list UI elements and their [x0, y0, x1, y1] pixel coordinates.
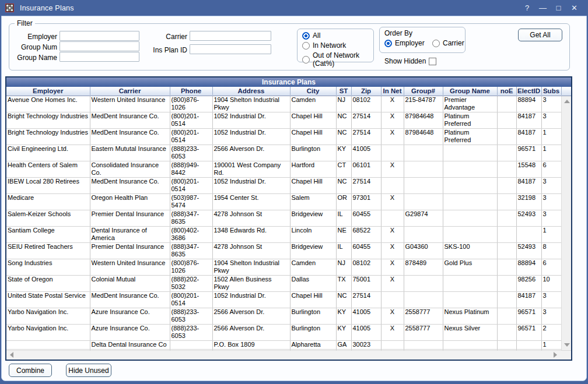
- cell-group-: [404, 341, 443, 350]
- column-header-subs[interactable]: Subs: [541, 87, 561, 95]
- cell-electid: 32198: [516, 194, 541, 210]
- grid-title: Insurance Plans: [6, 77, 571, 87]
- cell-employer: Civil Engineering Ltd.: [6, 145, 90, 161]
- column-header-in-net[interactable]: In Net: [381, 87, 404, 95]
- table-row[interactable]: Salem-Keizer SchoolsPremier Dental Insur…: [6, 210, 561, 227]
- cell-address: 1052 Industrial Dr.: [212, 129, 290, 145]
- cell-zip: 68522: [351, 227, 381, 243]
- cell-st: NC: [336, 129, 351, 145]
- radio-order-employer-label: Employer: [395, 39, 425, 47]
- table-row[interactable]: Bright Technology IndustriesMedDent Insu…: [6, 129, 561, 145]
- table-row[interactable]: Avenue One Homes Inc.Western United Insu…: [6, 96, 561, 112]
- column-header-noe[interactable]: noE: [497, 87, 516, 95]
- combine-button[interactable]: Combine: [9, 364, 52, 377]
- scroll-up-icon[interactable]: [564, 100, 570, 103]
- group-name-input[interactable]: [60, 52, 139, 62]
- table-row[interactable]: Bright Technology IndustriesMedDent Insu…: [6, 112, 561, 129]
- column-header-carrier[interactable]: Carrier: [90, 87, 170, 95]
- cell-group-: [404, 161, 443, 178]
- scroll-down-icon[interactable]: [564, 343, 570, 347]
- cell-subs: 1: [541, 227, 561, 243]
- close-button[interactable]: ✕: [566, 3, 582, 12]
- cell-subs: 1: [541, 145, 561, 161]
- cell-subs: 2: [541, 325, 561, 341]
- radio-in-network-label: In Network: [313, 41, 346, 50]
- horizontal-scrollbar[interactable]: [6, 350, 571, 360]
- maximize-button[interactable]: □: [551, 3, 566, 12]
- column-header-group-name[interactable]: Group Name: [443, 87, 497, 95]
- cell-electid: 84187: [516, 112, 541, 129]
- cell-st: NE: [336, 227, 351, 243]
- table-row[interactable]: United State Postal ServiceMedDent Insur…: [6, 292, 561, 308]
- cell-carrier: MedDent Insurance Co.: [90, 178, 170, 194]
- table-row[interactable]: Delta Dental Insurance CoP.O. Box 1809Al…: [6, 341, 561, 350]
- carrier-input[interactable]: [190, 31, 271, 41]
- column-header-city[interactable]: City: [290, 87, 336, 95]
- cell-carrier: Azure Insurance Co.: [90, 325, 170, 341]
- cell-group-name: [443, 341, 497, 350]
- cell-in-net: X: [381, 243, 404, 259]
- network-filter-group: All In Network Out of Network (Cat%): [297, 29, 374, 62]
- vertical-scrollbar[interactable]: [561, 96, 571, 350]
- table-row[interactable]: Santiam CollegeDental Insurance of Ameri…: [6, 227, 561, 243]
- minimize-button[interactable]: —: [535, 3, 551, 12]
- help-button[interactable]: ?: [519, 3, 535, 12]
- column-header-address[interactable]: Address: [212, 87, 290, 95]
- cell-phone: (800)201-0514: [170, 292, 212, 308]
- column-header-zip[interactable]: Zip: [351, 87, 381, 95]
- employer-label: Employer: [9, 33, 57, 41]
- cell-phone: (888)347-8635: [170, 243, 212, 259]
- radio-order-carrier[interactable]: Carrier: [432, 39, 464, 47]
- radio-out-of-network[interactable]: Out of Network (Cat%): [302, 51, 373, 68]
- cell-zip: 08102: [351, 259, 381, 276]
- table-row[interactable]: Health Centers of SalemConsolidated Insu…: [6, 161, 561, 178]
- table-row[interactable]: SEIU Retired TeachersPremier Dental Insu…: [6, 243, 561, 259]
- show-hidden-checkbox[interactable]: [429, 58, 436, 65]
- radio-in-network[interactable]: In Network: [302, 41, 346, 50]
- cell-address: 2566 Alverson Dr.: [212, 308, 290, 325]
- cell-address: 1502 Allen Business Pkwy: [212, 276, 290, 292]
- cell-noe: [497, 292, 516, 308]
- cell-electid: 88894: [516, 259, 541, 276]
- cell-group-name: [443, 161, 497, 178]
- table-row[interactable]: State of OregonColonial Mutual(888)202-5…: [6, 276, 561, 292]
- cell-city: Chapel Hill: [290, 112, 336, 129]
- hide-unused-button-label: Hide Unused: [68, 367, 108, 375]
- cell-address: 4278 Johnson St: [212, 243, 290, 259]
- cell-zip: 27514: [351, 178, 381, 194]
- column-header-group-[interactable]: Group#: [404, 87, 443, 95]
- radio-out-of-network-icon: [302, 56, 310, 64]
- radio-order-employer[interactable]: Employer: [384, 39, 425, 47]
- get-all-button[interactable]: Get All: [518, 29, 562, 41]
- scroll-right-icon[interactable]: [554, 352, 557, 358]
- table-row[interactable]: Yarbo Navigation Inc.Azure Insurance Co.…: [6, 308, 561, 325]
- cell-noe: [497, 145, 516, 161]
- column-header-phone[interactable]: Phone: [170, 87, 212, 95]
- table-row[interactable]: IBEW Local 280 RetireesMedDent Insurance…: [6, 178, 561, 194]
- scroll-left-icon[interactable]: [10, 352, 13, 358]
- grid-header-row: EmployerCarrierPhoneAddressCitySTZipIn N…: [6, 87, 571, 96]
- cell-noe: [497, 210, 516, 227]
- cell-phone: (800)876-1026: [170, 96, 212, 112]
- cell-carrier: Azure Insurance Co.: [90, 308, 170, 325]
- cell-electid: 84187: [516, 178, 541, 194]
- table-row[interactable]: Civil Engineering Ltd.Eastern Mututal In…: [6, 145, 561, 161]
- radio-all[interactable]: All: [302, 31, 320, 40]
- table-row[interactable]: MedicareOregon Health Plan(503)987-54741…: [6, 194, 561, 210]
- column-header-electid[interactable]: ElectID: [516, 87, 541, 95]
- employer-input[interactable]: [60, 31, 139, 41]
- column-header-st[interactable]: ST: [336, 87, 351, 95]
- cell-zip: 41005: [351, 145, 381, 161]
- cell-group-name: Platinum Preferred: [443, 129, 497, 145]
- group-num-input[interactable]: [60, 41, 139, 51]
- column-header-employer[interactable]: Employer: [6, 87, 90, 95]
- table-row[interactable]: Yarbo Navigation Inc.Azure Insurance Co.…: [6, 325, 561, 341]
- cell-group-: [404, 276, 443, 292]
- hide-unused-button[interactable]: Hide Unused: [66, 364, 111, 377]
- ins-plan-id-label: Ins Plan ID: [138, 46, 187, 54]
- show-hidden-row[interactable]: Show Hidden: [384, 57, 436, 65]
- ins-plan-id-input[interactable]: [190, 44, 271, 54]
- cell-group-: 87984648: [404, 129, 443, 145]
- table-row[interactable]: Song IndustriesWestern United Insurance(…: [6, 259, 561, 276]
- cell-st: NC: [336, 178, 351, 194]
